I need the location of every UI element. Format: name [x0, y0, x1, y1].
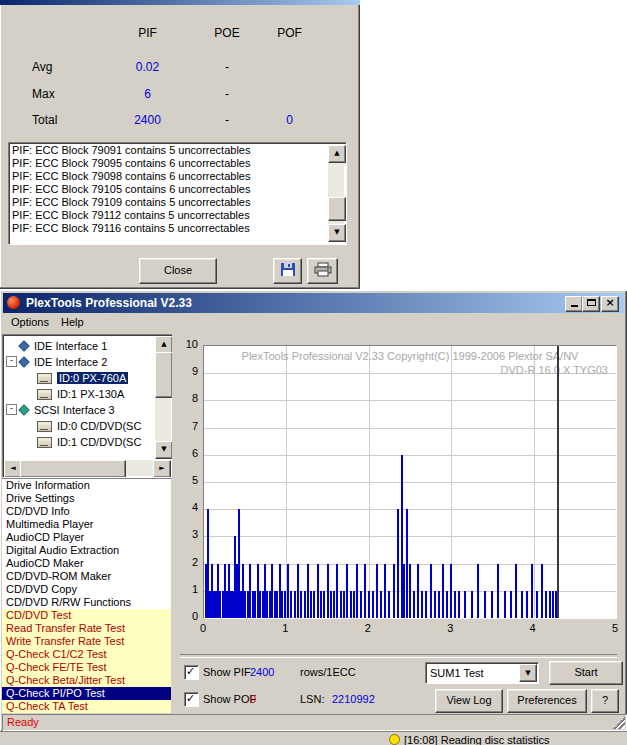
function-item[interactable]: AudioCD Player: [2, 531, 171, 544]
collapse-toggle-icon[interactable]: -: [6, 356, 17, 367]
tree-horizontal-scrollbar[interactable]: ◄ ►: [4, 460, 171, 476]
pif-bar: [430, 564, 432, 618]
function-item[interactable]: Drive Settings: [2, 492, 171, 505]
function-item[interactable]: Q-Check Beta/Jitter Test: [2, 674, 171, 687]
log-line[interactable]: PIF: ECC Block 79095 contains 6 uncorrec…: [9, 157, 328, 170]
function-item[interactable]: Q-Check TA Test: [2, 700, 171, 713]
log-line[interactable]: PIF: ECC Block 79112 contains 5 uncorrec…: [9, 209, 328, 222]
function-item[interactable]: Q-Check PI/PO Test: [2, 687, 171, 700]
total-poe-value: -: [203, 113, 251, 127]
status-bar: Ready: [2, 714, 627, 731]
function-item[interactable]: CD/DVD-ROM Maker: [2, 570, 171, 583]
tree-item[interactable]: -IDE Interface 2: [3, 353, 154, 369]
function-item[interactable]: Q-Check FE/TE Test: [2, 661, 171, 674]
pif-bar: [438, 591, 440, 618]
grid-line-h: [204, 428, 616, 429]
function-item[interactable]: Write Transfer Rate Test: [2, 635, 171, 648]
resize-grip[interactable]: [613, 717, 625, 729]
scroll-thumb[interactable]: [328, 197, 346, 221]
pipo-chart: PlexTools Professional V2.33 Copyright(C…: [203, 345, 617, 619]
scroll-down-icon[interactable]: ▼: [328, 224, 346, 242]
drive-icon: [37, 437, 52, 448]
drive-icon: [37, 421, 52, 432]
y-axis-tick-label: 4: [172, 501, 198, 514]
max-pif-value: 6: [120, 87, 175, 101]
avg-poe-value: -: [203, 60, 251, 74]
function-item[interactable]: CD/DVD Copy: [2, 583, 171, 596]
preferences-button[interactable]: Preferences: [507, 689, 587, 713]
log-line[interactable]: PIF: ECC Block 79098 contains 6 uncorrec…: [9, 170, 328, 183]
drive-icon: [37, 373, 52, 384]
tree-item-label: IDE Interface 2: [34, 356, 107, 368]
log-line[interactable]: PIF: ECC Block 79105 contains 6 uncorrec…: [9, 183, 328, 196]
pif-bar: [413, 591, 415, 618]
y-axis-tick-label: 7: [172, 420, 198, 433]
function-item[interactable]: CD/DVD Info: [2, 505, 171, 518]
pif-bar: [425, 591, 427, 618]
log-line[interactable]: PIF: ECC Block 79091 contains 5 uncorrec…: [9, 144, 328, 157]
tree-item[interactable]: ID:1 CD/DVD(SC: [3, 433, 154, 449]
close-button[interactable]: Close: [139, 258, 217, 284]
pif-bar: [372, 591, 374, 618]
scroll-up-icon[interactable]: ▲: [328, 145, 346, 163]
function-item[interactable]: CD/DVD R/RW Functions: [2, 596, 171, 609]
function-item[interactable]: CD/DVD Test: [2, 609, 171, 622]
dialog-titlebar[interactable]: [0, 0, 360, 5]
minimize-button[interactable]: [565, 296, 583, 312]
column-header-pof: POF: [262, 26, 317, 40]
y-axis-tick-label: 1: [172, 583, 198, 596]
close-window-button[interactable]: [601, 296, 619, 312]
tree-item[interactable]: IDE Interface 1: [3, 337, 154, 353]
pif-bar: [297, 564, 299, 618]
chevron-down-icon[interactable]: ▼: [519, 664, 537, 682]
tree-item[interactable]: ID:0 PX-760A: [3, 369, 154, 385]
save-button[interactable]: [273, 258, 302, 284]
scroll-down-icon[interactable]: ▼: [155, 441, 173, 459]
tree-vertical-scrollbar[interactable]: ▲ ▼: [155, 336, 171, 459]
function-item[interactable]: Drive Information: [2, 479, 171, 492]
menu-options[interactable]: Options: [5, 315, 55, 330]
pif-bar: [409, 564, 411, 618]
help-button[interactable]: ?: [591, 689, 619, 713]
print-button[interactable]: [307, 258, 338, 284]
log-line[interactable]: PIF: ECC Block 79116 contains 5 uncorrec…: [9, 222, 328, 235]
row-label-avg: Avg: [32, 60, 92, 74]
scroll-thumb[interactable]: [20, 460, 126, 478]
show-pif-checkbox[interactable]: ✓: [184, 665, 199, 680]
function-item[interactable]: Multimedia Player: [2, 518, 171, 531]
log-line[interactable]: PIF: ECC Block 79109 contains 5 uncorrec…: [9, 196, 328, 209]
log-scrollbar[interactable]: ▲ ▼: [328, 145, 344, 242]
pif-bar: [356, 564, 358, 618]
pif-bar: [393, 564, 395, 618]
tree-item[interactable]: ID:0 CD/DVD(SC: [3, 417, 154, 433]
background-log-window[interactable]: [16:08] Reading disc statistics: [0, 731, 627, 745]
titlebar[interactable]: PlexTools Professional V2.33: [3, 293, 624, 313]
function-item[interactable]: AudioCD Maker: [2, 557, 171, 570]
function-item[interactable]: Read Transfer Rate Test: [2, 622, 171, 635]
pif-bar: [368, 591, 370, 618]
tree-item[interactable]: -SCSI Interface 3: [3, 401, 154, 417]
max-poe-value: -: [203, 87, 251, 101]
function-item[interactable]: Digital Audio Extraction: [2, 544, 171, 557]
pif-bar: [323, 591, 325, 618]
device-tree: IDE Interface 1-IDE Interface 2ID:0 PX-7…: [2, 334, 173, 478]
sum-test-select[interactable]: SUM1 Test ▼: [425, 662, 539, 684]
column-header-pif: PIF: [120, 26, 175, 40]
position-cursor: [557, 346, 559, 618]
pif-bar: [336, 564, 338, 618]
error-log-list[interactable]: PIF: ECC Block 79091 contains 5 uncorrec…: [8, 142, 347, 245]
maximize-button[interactable]: [582, 296, 600, 312]
scroll-thumb[interactable]: [155, 352, 173, 398]
start-button[interactable]: Start: [549, 661, 623, 685]
view-log-button[interactable]: View Log: [435, 689, 503, 713]
function-item[interactable]: Q-Check C1/C2 Test: [2, 648, 171, 661]
tree-item-label: ID:1 CD/DVD(SC: [57, 436, 141, 448]
tree-item[interactable]: ID:1 PX-130A: [3, 385, 154, 401]
collapse-toggle-icon[interactable]: -: [6, 404, 17, 415]
menu-help[interactable]: Help: [55, 315, 90, 330]
pif-bar: [327, 564, 329, 618]
pif-bar: [504, 591, 506, 618]
scroll-right-icon[interactable]: ►: [153, 460, 171, 478]
show-pof-checkbox[interactable]: ✓: [184, 692, 199, 707]
x-axis-tick-label: 5: [605, 622, 625, 635]
